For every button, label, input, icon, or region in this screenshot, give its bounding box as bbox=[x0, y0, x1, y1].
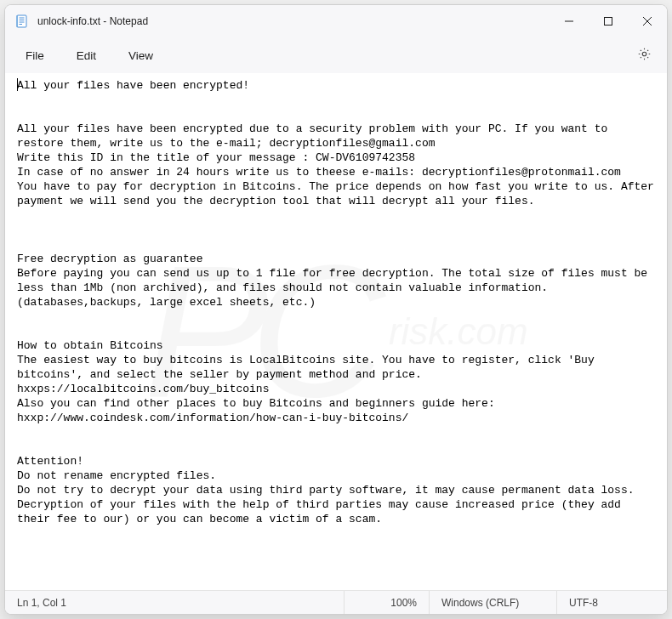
editor-area[interactable]: PC risk.com All your files have been enc… bbox=[5, 73, 667, 590]
gear-icon bbox=[637, 47, 652, 65]
document-text[interactable]: All your files have been encrypted! All … bbox=[5, 73, 667, 535]
menu-view[interactable]: View bbox=[117, 44, 165, 67]
svg-point-10 bbox=[642, 52, 646, 56]
settings-button[interactable] bbox=[629, 41, 658, 70]
svg-rect-7 bbox=[605, 18, 612, 26]
text-caret bbox=[17, 78, 18, 91]
svg-rect-0 bbox=[17, 15, 26, 27]
window-controls bbox=[550, 5, 667, 37]
window-title: unlock-info.txt - Notepad bbox=[37, 15, 148, 27]
titlebar: unlock-info.txt - Notepad bbox=[5, 5, 667, 37]
menubar: File Edit View bbox=[5, 37, 667, 73]
maximize-button[interactable] bbox=[589, 5, 628, 37]
status-encoding: UTF-8 bbox=[556, 591, 667, 614]
menu-edit[interactable]: Edit bbox=[65, 44, 108, 67]
notepad-window: unlock-info.txt - Notepad File Edit View bbox=[4, 4, 668, 615]
status-line-ending: Windows (CRLF) bbox=[429, 591, 556, 614]
status-cursor-position: Ln 1, Col 1 bbox=[5, 591, 344, 614]
menu-file[interactable]: File bbox=[14, 44, 56, 67]
status-zoom[interactable]: 100% bbox=[344, 591, 429, 614]
statusbar: Ln 1, Col 1 100% Windows (CRLF) UTF-8 bbox=[5, 590, 667, 614]
notepad-app-icon bbox=[15, 14, 29, 28]
minimize-button[interactable] bbox=[550, 5, 589, 37]
svg-rect-5 bbox=[17, 15, 18, 27]
close-button[interactable] bbox=[628, 5, 667, 37]
